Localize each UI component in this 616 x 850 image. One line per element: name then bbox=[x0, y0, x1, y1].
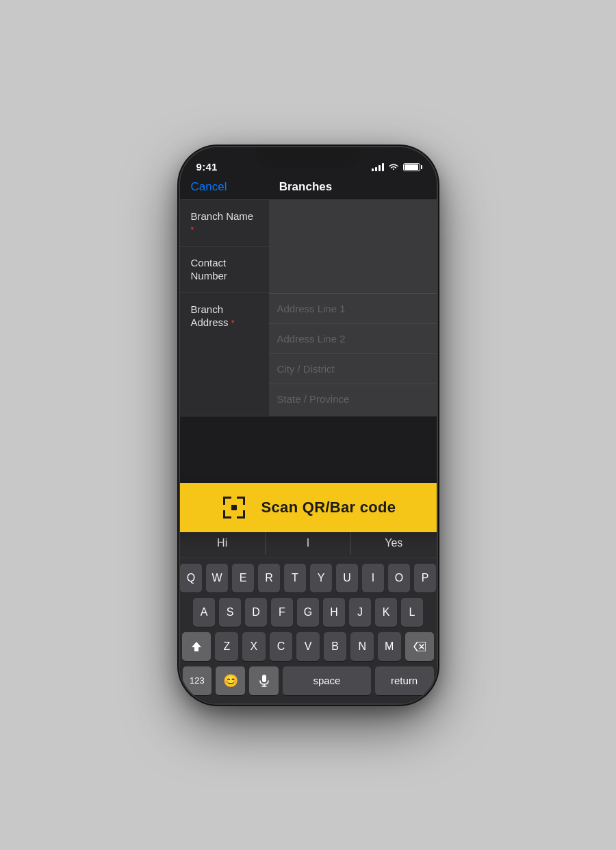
battery-icon bbox=[403, 163, 420, 171]
predictive-word-yes[interactable]: Yes bbox=[351, 532, 436, 555]
branch-name-row: Branch Name* bbox=[180, 200, 437, 247]
keyboard-rows: Q W E R T Y U I O P A bbox=[180, 558, 437, 698]
page-title: Branches bbox=[279, 180, 332, 194]
key-w[interactable]: W bbox=[206, 564, 228, 592]
required-star-branch: * bbox=[191, 225, 194, 235]
status-icons bbox=[372, 163, 420, 171]
branch-address-label: BranchAddress * bbox=[180, 293, 269, 416]
form-card: Branch Name* ContactNumber bbox=[180, 200, 437, 416]
key-r[interactable]: R bbox=[258, 564, 280, 592]
predictive-bar: Hi I Yes bbox=[180, 528, 437, 558]
svg-rect-0 bbox=[262, 675, 266, 682]
phone-notch bbox=[257, 147, 359, 168]
city-district-field[interactable]: City / District bbox=[269, 353, 437, 384]
cancel-button[interactable]: Cancel bbox=[191, 180, 227, 194]
key-j[interactable]: J bbox=[349, 598, 371, 627]
key-c[interactable]: C bbox=[270, 632, 293, 661]
key-d[interactable]: D bbox=[245, 598, 267, 627]
key-return[interactable]: return bbox=[375, 666, 434, 695]
key-mic[interactable] bbox=[249, 666, 279, 695]
delete-key[interactable] bbox=[405, 632, 434, 661]
key-s[interactable]: S bbox=[219, 598, 241, 627]
key-b[interactable]: B bbox=[324, 632, 347, 661]
contact-number-label: ContactNumber bbox=[180, 247, 269, 292]
key-l[interactable]: L bbox=[401, 598, 423, 627]
keyboard-row-2: A S D F G H J K L bbox=[183, 598, 434, 627]
scan-bar[interactable]: Scan QR/Bar code bbox=[180, 483, 437, 532]
navigation-bar: Cancel Branches bbox=[180, 177, 437, 199]
address-line1-placeholder: Address Line 1 bbox=[277, 303, 346, 314]
key-f[interactable]: F bbox=[271, 598, 293, 627]
keyboard: Hi I Yes Q W E R T Y bbox=[180, 528, 437, 703]
predictive-word-hi[interactable]: Hi bbox=[180, 532, 265, 555]
key-y[interactable]: Y bbox=[310, 564, 332, 592]
key-i[interactable]: I bbox=[362, 564, 384, 592]
branch-name-input-area bbox=[269, 200, 437, 246]
status-time: 9:41 bbox=[196, 161, 218, 173]
key-emoji[interactable]: 😊 bbox=[216, 666, 245, 695]
branch-name-label: Branch Name* bbox=[180, 200, 269, 246]
shift-key[interactable] bbox=[182, 632, 211, 661]
key-k[interactable]: K bbox=[375, 598, 397, 627]
predictive-word-i[interactable]: I bbox=[265, 532, 351, 555]
city-district-placeholder: City / District bbox=[277, 363, 335, 375]
key-q[interactable]: Q bbox=[180, 564, 202, 592]
key-e[interactable]: E bbox=[232, 564, 254, 592]
key-h[interactable]: H bbox=[323, 598, 345, 627]
key-123[interactable]: 123 bbox=[183, 666, 212, 695]
key-g[interactable]: G bbox=[297, 598, 319, 627]
key-u[interactable]: U bbox=[336, 564, 358, 592]
key-a[interactable]: A bbox=[193, 598, 215, 627]
key-n[interactable]: N bbox=[350, 632, 374, 661]
signal-icon bbox=[372, 163, 384, 171]
key-space[interactable]: space bbox=[283, 666, 371, 695]
key-x[interactable]: X bbox=[242, 632, 266, 661]
address-line2-field[interactable]: Address Line 2 bbox=[269, 323, 437, 353]
key-o[interactable]: O bbox=[388, 564, 410, 592]
key-z[interactable]: Z bbox=[215, 632, 238, 661]
key-t[interactable]: T bbox=[284, 564, 306, 592]
scan-label: Scan QR/Bar code bbox=[261, 499, 396, 516]
keyboard-row-1: Q W E R T Y U I O P bbox=[183, 564, 434, 592]
required-star-address: * bbox=[231, 318, 235, 328]
contact-number-input[interactable] bbox=[269, 247, 437, 292]
qr-scan-icon bbox=[220, 494, 248, 521]
contact-number-row: ContactNumber bbox=[180, 247, 437, 293]
address-line1-field[interactable]: Address Line 1 bbox=[269, 293, 437, 323]
contact-number-input-area bbox=[269, 247, 437, 292]
page-background: 9:41 bbox=[0, 0, 616, 850]
state-province-placeholder: State / Province bbox=[277, 393, 350, 405]
phone-screen: 9:41 bbox=[180, 147, 437, 703]
phone-device: 9:41 bbox=[180, 147, 437, 703]
keyboard-row-4: 123 😊 space retur bbox=[183, 666, 434, 695]
key-v[interactable]: V bbox=[296, 632, 320, 661]
branch-address-row: BranchAddress * Address Line 1 Address L… bbox=[180, 293, 437, 416]
branch-name-input[interactable] bbox=[269, 200, 437, 246]
wifi-icon bbox=[388, 163, 399, 171]
address-line2-placeholder: Address Line 2 bbox=[277, 333, 346, 345]
address-inputs-area: Address Line 1 Address Line 2 City / Dis… bbox=[269, 293, 437, 416]
key-p[interactable]: P bbox=[414, 564, 436, 592]
keyboard-row-3: Z X C V B N M bbox=[183, 632, 434, 661]
state-province-field[interactable]: State / Province bbox=[269, 384, 437, 414]
key-m[interactable]: M bbox=[378, 632, 401, 661]
